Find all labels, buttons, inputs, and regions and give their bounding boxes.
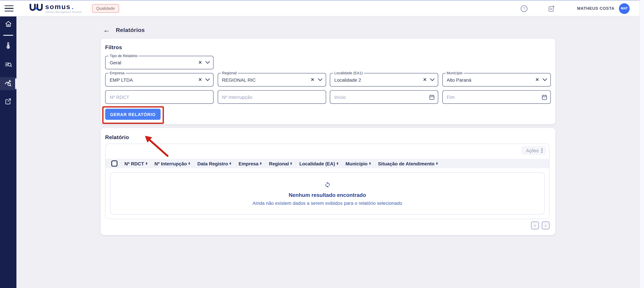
column-label: Empresa xyxy=(238,161,258,166)
empty-state-subtitle: Ainda não existem dados a serem exibidos… xyxy=(252,200,402,205)
municipio-field[interactable]: MunicípioAlto Paraná✕ xyxy=(442,73,550,87)
fim-field[interactable] xyxy=(442,90,550,104)
qualidade-badge[interactable]: Qualidade xyxy=(92,4,119,13)
clear-icon[interactable]: ✕ xyxy=(534,77,541,83)
main-content: ← Relatórios Filtros Tipo de RelatórioGe… xyxy=(16,16,640,288)
app-logo[interactable]: somus . Utilities Management Solution xyxy=(29,3,82,14)
chevron-down-icon[interactable] xyxy=(541,78,550,81)
user-name: MATHEUS COSTA xyxy=(577,6,614,11)
column-header-4[interactable]: Empresa▲▼ xyxy=(238,161,262,166)
column-header-5[interactable]: Regional▲▼ xyxy=(269,161,292,166)
localidade-ea1-field[interactable]: Localidade (EA1)Localidade 2✕ xyxy=(330,73,438,87)
regional-field[interactable]: RegionalREGIONAL RIC✕ xyxy=(218,73,326,87)
gerar-relatorio-button[interactable]: GERAR RELATÓRIO xyxy=(105,109,160,120)
prev-page-button[interactable]: ‹ xyxy=(531,221,539,229)
column-header-2[interactable]: Nº Interrupção▲▼ xyxy=(154,161,190,166)
sidebar-item-consult[interactable] xyxy=(0,59,16,72)
field-label: Regional xyxy=(221,71,238,75)
clear-icon[interactable]: ✕ xyxy=(421,77,428,83)
report-card: Relatório Ações Nº RDCT▲▼Nº Interrupção▲… xyxy=(101,128,556,235)
field-label: Localidade (EA1) xyxy=(333,71,364,75)
column-label: Regional xyxy=(269,161,289,166)
sidebar-item-reports[interactable] xyxy=(0,77,16,90)
column-header-7[interactable]: Município▲▼ xyxy=(346,161,371,166)
calendar-icon[interactable] xyxy=(426,94,438,100)
filters-row-2: EmpresaEMP LTDA✕RegionalREGIONAL RIC✕Loc… xyxy=(105,73,551,87)
sort-icon[interactable]: ▲▼ xyxy=(188,162,190,165)
sync-icon xyxy=(324,181,330,189)
field-label: Tipo de Relatório xyxy=(108,54,139,58)
clear-icon[interactable]: ✕ xyxy=(197,77,204,83)
next-page-button[interactable]: › xyxy=(542,221,550,229)
n-interrupcao-field[interactable] xyxy=(218,90,326,104)
column-label: Localidade (EA) xyxy=(300,161,335,166)
chevron-down-icon[interactable] xyxy=(428,78,438,81)
list-search-icon xyxy=(4,60,12,70)
inicio-field[interactable] xyxy=(330,90,438,104)
menu-icon[interactable] xyxy=(4,5,14,12)
scrollbar[interactable] xyxy=(640,0,644,288)
n-interrupcao-input[interactable] xyxy=(222,95,326,99)
n-rdct-input[interactable] xyxy=(110,95,213,99)
filters-card: Filtros Tipo de RelatórioGeral✕ EmpresaE… xyxy=(101,39,556,124)
inicio-input[interactable] xyxy=(334,95,426,99)
column-label: Município xyxy=(346,161,368,166)
sidebar-item-measurements[interactable] xyxy=(0,40,16,53)
avatar[interactable]: MAT xyxy=(619,3,630,14)
home-icon xyxy=(4,20,12,29)
thermometer-icon xyxy=(4,41,12,51)
note-add-icon[interactable] xyxy=(544,5,558,12)
column-header-1[interactable]: Nº RDCT▲▼ xyxy=(124,161,148,166)
external-link-icon xyxy=(4,98,12,107)
empty-state-title: Nenhum resultado encontrado xyxy=(288,192,366,198)
calendar-icon[interactable] xyxy=(538,94,550,100)
somus-monogram-icon xyxy=(29,3,43,14)
field-value: Geral xyxy=(110,60,197,65)
clear-icon[interactable]: ✕ xyxy=(309,77,316,83)
chevron-down-icon[interactable] xyxy=(204,78,213,81)
acoes-button[interactable]: Ações xyxy=(521,146,546,155)
field-value: Alto Paraná xyxy=(447,77,534,82)
select-all-checkbox[interactable] xyxy=(111,160,118,166)
filters-section-title: Filtros xyxy=(105,44,551,50)
chevron-right-icon: › xyxy=(545,223,546,227)
field-value: Localidade 2 xyxy=(334,77,421,82)
chevron-down-icon[interactable] xyxy=(204,61,213,64)
n-rdct-field[interactable] xyxy=(105,90,214,104)
sidebar-item-home[interactable] xyxy=(0,18,16,31)
chevron-left-icon: ‹ xyxy=(534,223,536,227)
brand-dot: . xyxy=(72,3,74,10)
field-label: Município xyxy=(446,71,464,75)
sort-icon[interactable]: ▲▼ xyxy=(436,162,438,165)
filters-row-1: Tipo de RelatórioGeral✕ xyxy=(105,56,551,69)
empresa-field[interactable]: EmpresaEMP LTDA✕ xyxy=(105,73,214,87)
tipo-de-relatorio-field[interactable]: Tipo de RelatórioGeral✕ xyxy=(105,56,214,69)
sort-icon[interactable]: ▲▼ xyxy=(260,162,262,165)
column-header-3[interactable]: Data Registro▲▼ xyxy=(197,161,232,166)
sidebar-item-external[interactable] xyxy=(0,96,16,109)
pagination: ‹ › xyxy=(105,221,550,229)
column-header-8[interactable]: Situação de Atendimento▲▼ xyxy=(378,161,438,166)
kebab-menu-icon xyxy=(542,148,542,153)
chevron-down-icon[interactable] xyxy=(316,78,326,81)
sidebar-divider xyxy=(3,35,13,36)
sort-icon[interactable]: ▲▼ xyxy=(336,162,338,165)
help-icon[interactable]: ? xyxy=(517,5,531,12)
column-label: Data Registro xyxy=(197,161,228,166)
column-header-6[interactable]: Localidade (EA)▲▼ xyxy=(300,161,338,166)
field-label: Empresa xyxy=(108,71,126,75)
back-button[interactable]: ← xyxy=(103,26,110,33)
column-label: Nº Interrupção xyxy=(154,161,187,166)
sort-icon[interactable]: ▲▼ xyxy=(369,162,371,165)
table-header-row: Nº RDCT▲▼Nº Interrupção▲▼Data Registro▲▼… xyxy=(106,159,549,168)
field-value: REGIONAL RIC xyxy=(222,77,309,82)
report-table: Ações Nº RDCT▲▼Nº Interrupção▲▼Data Regi… xyxy=(105,144,550,219)
clear-icon[interactable]: ✕ xyxy=(197,60,204,65)
sort-icon[interactable]: ▲▼ xyxy=(145,162,148,165)
report-section-title: Relatório xyxy=(105,134,550,141)
svg-text:?: ? xyxy=(523,6,525,11)
app-window: somus . Utilities Management Solution Qu… xyxy=(0,0,644,288)
sort-icon[interactable]: ▲▼ xyxy=(290,162,292,165)
fim-input[interactable] xyxy=(447,95,538,99)
sort-icon[interactable]: ▲▼ xyxy=(229,162,232,165)
